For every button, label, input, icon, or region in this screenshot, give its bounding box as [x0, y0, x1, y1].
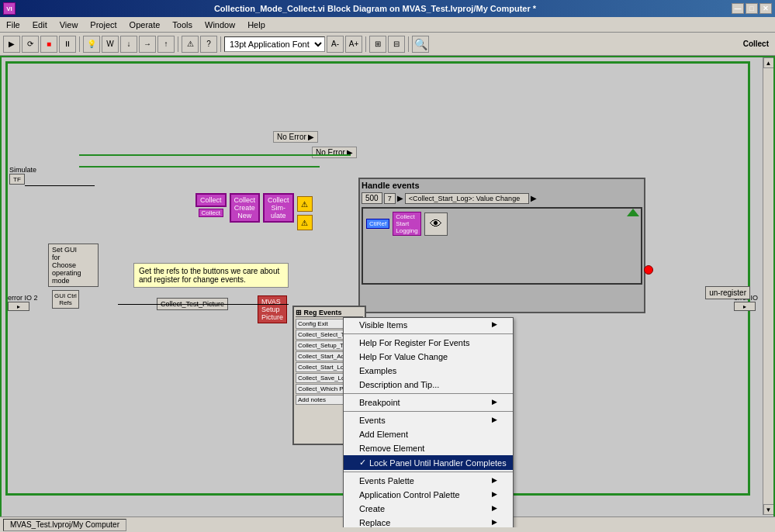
toolbar-search[interactable]: 🔍	[412, 36, 429, 53]
toolbar-highlight[interactable]: 💡	[83, 36, 100, 53]
collect-main-block[interactable]: Collect	[195, 193, 227, 207]
collect-main-block-wrapper: Collect Collect	[195, 193, 227, 217]
menu-window[interactable]: Window	[202, 19, 238, 30]
context-menu: Visible Items Help For Register For Even…	[343, 317, 514, 529]
gui-ctrl-block: GUI Ctrl Refs	[52, 290, 79, 309]
collect-create-new[interactable]: Collect Create New	[230, 193, 261, 223]
toolbar-font-smaller[interactable]: A-	[327, 36, 344, 53]
ctx-sep-1	[344, 393, 513, 394]
ctx-remove-element[interactable]: Remove Element	[344, 441, 513, 455]
title-icon: VI	[3, 2, 16, 15]
toolbar-sep-2	[178, 36, 178, 52]
minimize-button[interactable]: —	[732, 3, 744, 14]
error-io-left: error IO 2 ▸	[8, 294, 38, 311]
warning-icon-1: ⚠	[297, 196, 313, 212]
ctx-visible-items[interactable]: Visible Items	[344, 318, 513, 332]
toolbar-dist[interactable]: ⊟	[388, 36, 405, 53]
toolbar-abort[interactable]: ■	[40, 36, 57, 53]
toolbar-step-into[interactable]: ↓	[120, 36, 137, 53]
comment-bubble: Get the refs to the buttons we care abou…	[133, 263, 289, 288]
simulate-label: Simulate	[9, 166, 36, 174]
collect-blocks-row: Collect Collect Collect Create New Colle…	[195, 193, 313, 230]
ctx-examples[interactable]: Examples	[344, 364, 513, 378]
menubar: File Edit View Project Operate Tools Win…	[0, 17, 775, 33]
set-gui-block: Set GUI for Choose operating mode	[48, 244, 99, 287]
toolbar-run-cont[interactable]: ⟳	[22, 36, 39, 53]
ctx-replace[interactable]: Replace	[344, 516, 513, 529]
ctx-add-element[interactable]: Add Element	[344, 427, 513, 441]
error-io-right-term: ▸	[734, 302, 756, 311]
eye-icon: 👁	[424, 212, 448, 236]
scroll-up[interactable]: ▲	[763, 57, 774, 68]
menu-help[interactable]: Help	[244, 19, 268, 30]
menu-tools[interactable]: Tools	[169, 19, 195, 30]
canvas-area: ▲ ▼ No Error ▶ No Error ▶ Simulate TF Ha…	[0, 56, 775, 529]
handle-events-box: Handle events 500 7 ▶ <Collect_Start_Log…	[358, 178, 645, 313]
titlebar: VI Collection_Mode_Collect.vi Block Diag…	[0, 0, 775, 17]
menu-view[interactable]: View	[57, 19, 81, 30]
ctx-help-register[interactable]: Help For Register For Events	[344, 336, 513, 350]
maximize-button[interactable]: □	[746, 3, 758, 14]
menu-project[interactable]: Project	[87, 19, 119, 30]
menu-operate[interactable]: Operate	[126, 19, 164, 30]
font-selector[interactable]: 13pt Application Font	[224, 36, 325, 52]
red-stop-indicator	[644, 265, 653, 275]
timeout-box: 500	[362, 192, 382, 204]
no-error-1: No Error ▶	[273, 131, 318, 143]
collect-simulate[interactable]: Collect Sim- ulate	[263, 193, 294, 223]
checkmark-icon: ✓	[359, 458, 366, 468]
reg-events-title: ⊞ Reg Events	[296, 309, 363, 317]
simulate-tf[interactable]: TF	[9, 174, 25, 185]
event-count: 7	[384, 193, 396, 204]
ctx-events-palette[interactable]: Events Palette	[344, 474, 513, 488]
toolbar-warn[interactable]: ⚠	[182, 36, 199, 53]
toolbar-step-out[interactable]: ↑	[157, 36, 175, 53]
toolbar-sep-3	[220, 36, 221, 52]
menu-edit[interactable]: Edit	[29, 19, 50, 30]
titlebar-controls: — □ ✕	[732, 3, 772, 14]
collect-pill-label: Collect	[199, 209, 223, 217]
toolbar-sep-1	[79, 36, 80, 52]
collect-start-logging: Collect Start Logging	[393, 212, 420, 236]
toolbar-sep-4	[365, 36, 366, 52]
menu-file[interactable]: File	[3, 19, 23, 30]
ctx-sep-2	[344, 411, 513, 412]
ctx-create[interactable]: Create	[344, 502, 513, 516]
close-button[interactable]: ✕	[759, 3, 772, 14]
warning-indicators: ⚠ ⚠	[297, 196, 313, 230]
toolbar-pause[interactable]: ⏸	[59, 36, 76, 53]
simulate-block: Simulate TF	[9, 166, 36, 185]
wire-simulate	[25, 185, 95, 186]
ctx-help-value-change[interactable]: Help For Value Change	[344, 350, 513, 364]
toolbar-font-larger[interactable]: A+	[345, 36, 362, 53]
handle-events-title: Handle events	[362, 181, 642, 190]
event-header: 500 7 ▶ <Collect_Start_Log>: Value Chang…	[362, 192, 642, 204]
ctlref-block: CtlRef	[366, 219, 389, 229]
scrollbar-right[interactable]: ▲ ▼	[763, 57, 773, 515]
toolbar-context[interactable]: ?	[200, 36, 217, 53]
toolbar-align[interactable]: ⊞	[369, 36, 386, 53]
green-tri-right	[627, 209, 639, 218]
toolbar-run-arrow[interactable]: ▶	[3, 36, 20, 53]
mvas-setup-block: MVAS Setup Picture	[258, 295, 287, 323]
wire-bottom	[118, 304, 289, 305]
warning-icon-2: ⚠	[297, 215, 313, 230]
statusbar-project: MVAS_Test.lvproj/My Computer	[3, 519, 126, 531]
error-io-left-term: ▸	[8, 302, 29, 311]
ctx-app-control-palette[interactable]: Application Control Palette	[344, 488, 513, 502]
scroll-down[interactable]: ▼	[763, 504, 774, 515]
no-error-2: No Error ▶	[312, 147, 357, 158]
toolbar-retain[interactable]: W	[102, 36, 119, 53]
event-label: <Collect_Start_Log>: Value Change	[405, 193, 529, 204]
ctx-breakpoint[interactable]: Breakpoint	[344, 396, 513, 409]
ctx-events[interactable]: Events	[344, 413, 513, 427]
wire-top-2	[79, 166, 320, 168]
toolbar-sep-5	[408, 36, 409, 52]
ctx-description[interactable]: Description and Tip...	[344, 378, 513, 392]
toolbar-step-over[interactable]: →	[139, 36, 156, 53]
ctx-lock-panel[interactable]: ✓ Lock Panel Until Handler Completes	[344, 455, 513, 470]
unregister-block: un-register	[705, 286, 750, 299]
window-title: Collection_Mode_Collect.vi Block Diagram…	[214, 4, 536, 13]
toolbar: ▶ ⟳ ■ ⏸ 💡 W ↓ → ↑ ⚠ ? 13pt Application F…	[0, 33, 775, 56]
collect-top-label: Collect	[743, 40, 769, 48]
